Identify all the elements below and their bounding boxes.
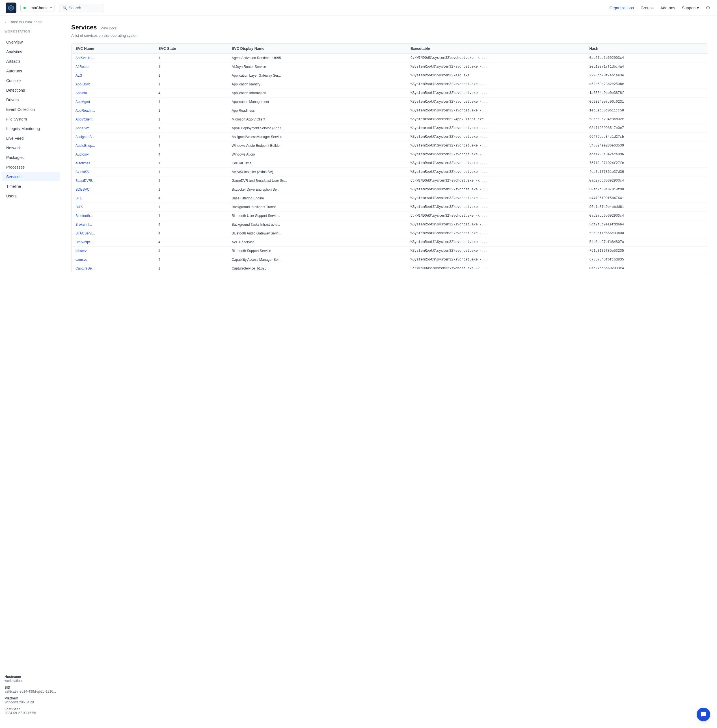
- sidebar-item-file-system[interactable]: File System: [2, 114, 60, 124]
- cell-svc-display: CaptureService_b1095: [227, 264, 407, 273]
- cell-svc-name: camsvc: [72, 255, 154, 264]
- sidebar-item-artifacts[interactable]: Artifacts: [2, 57, 60, 66]
- search-input[interactable]: [69, 6, 101, 10]
- cell-executable: %systemroot%\system32\svchost.exe -...: [407, 194, 586, 203]
- cell-svc-state: 1: [154, 63, 227, 71]
- table-row[interactable]: autotimes... 1 Cellular Time %SystemRoot…: [72, 159, 708, 168]
- sidebar-item-drivers[interactable]: Drivers: [2, 95, 60, 104]
- table-row[interactable]: AJRouter 1 AllJoyn Router Service %Syste…: [72, 63, 708, 71]
- cell-executable: %SystemRoot%\system32\svchost.exe -...: [407, 168, 586, 177]
- table-row[interactable]: BDESVC 1 BitLocker Drive Encryption Se..…: [72, 185, 708, 194]
- cell-svc-state: 4: [154, 229, 227, 238]
- cell-svc-display: Application Information: [227, 89, 407, 98]
- cell-svc-name: AppReadin...: [72, 106, 154, 115]
- table-row[interactable]: AppMgmt 1 Application Management %System…: [72, 98, 708, 106]
- sidebar-item-integrity-monitoring[interactable]: Integrity Monitoring: [2, 124, 60, 133]
- cell-svc-state: 1: [154, 115, 227, 124]
- sidebar-item-live-feed[interactable]: Live Feed: [2, 134, 60, 143]
- cell-svc-state: 1: [154, 203, 227, 212]
- sidebar-item-autoruns[interactable]: Autoruns: [2, 66, 60, 76]
- hostname-label: Hostname: [5, 675, 57, 679]
- search-bar[interactable]: 🔍: [59, 4, 104, 12]
- org-selector[interactable]: LimaCharlie ▾: [20, 4, 55, 12]
- table-row[interactable]: AppXSvc 1 AppX Deployment Service (AppX.…: [72, 124, 708, 133]
- table-row[interactable]: BthAvctpS... 4 AVCTP service %SystemRoot…: [72, 238, 708, 247]
- table-row[interactable]: BITS 1 Background Intelligent Transf... …: [72, 203, 708, 212]
- chat-button[interactable]: [697, 708, 710, 721]
- cell-hash: 059324ee7c96c6231: [585, 98, 708, 106]
- sidebar-item-users[interactable]: Users: [2, 191, 60, 200]
- logo[interactable]: [6, 3, 17, 13]
- table-row[interactable]: AudioEndp... 4 Windows Audio Endpoint Bu…: [72, 141, 708, 150]
- settings-button[interactable]: ⚙: [705, 4, 711, 12]
- cell-svc-display: AssignedAccessManager Service: [227, 133, 407, 141]
- svg-marker-1: [10, 6, 13, 9]
- cell-svc-display: ActiveX Installer (AxInstSV): [227, 168, 407, 177]
- col-svc-state: SVC State: [154, 44, 227, 54]
- services-table-wrapper: SVC Name SVC State SVC Display Name Exec…: [71, 43, 708, 273]
- nav-link-organizations[interactable]: Organizations: [609, 3, 634, 12]
- cell-hash: 1a6354d9ee0e3878f: [585, 89, 708, 98]
- cell-executable: %systemroot%\system32\svchost.exe -...: [407, 124, 586, 133]
- view-docs-link[interactable]: [View Docs]: [100, 26, 117, 30]
- cell-hash: 5df2f6d9eaefddbb4: [585, 220, 708, 229]
- cell-svc-name: Bluetooth...: [72, 212, 154, 220]
- cell-svc-display: App Readiness: [227, 106, 407, 115]
- nav-link-groups[interactable]: Groups: [641, 3, 654, 12]
- table-row[interactable]: Appinfo 4 Application Information %Syste…: [72, 89, 708, 98]
- sidebar-item-network[interactable]: Network: [2, 143, 60, 153]
- table-row[interactable]: AarSvc_b1... 1 Agent Activation Runtime_…: [72, 54, 708, 63]
- cell-svc-display: GameDVR and Broadcast User Se...: [227, 177, 407, 185]
- search-icon: 🔍: [63, 6, 67, 10]
- table-row[interactable]: BFE 4 Base Filtering Engine %systemroot%…: [72, 194, 708, 203]
- sidebar-item-services[interactable]: Services: [2, 172, 60, 181]
- cell-hash: 58a6b0a294c8ad02e: [585, 115, 708, 124]
- sidebar-item-detections[interactable]: Detections: [2, 86, 60, 95]
- table-row[interactable]: camsvc 4 Capability Access Manager Ser..…: [72, 255, 708, 264]
- cell-hash: 0847128998517e0e7: [585, 124, 708, 133]
- table-row[interactable]: ALG 1 Application Layer Gateway Ser... %…: [72, 71, 708, 80]
- table-row[interactable]: AppVClient 1 Microsoft App-V Client %sys…: [72, 115, 708, 124]
- table-row[interactable]: AppReadin... 1 App Readiness %SystemRoot…: [72, 106, 708, 115]
- cell-executable: %SystemRoot%\system32\svchost.exe -...: [407, 106, 586, 115]
- cell-svc-name: BITS: [72, 203, 154, 212]
- cell-hash: 1eb6ed66d0b11cc58: [585, 106, 708, 115]
- sidebar-item-processes[interactable]: Processes: [2, 163, 60, 172]
- nav-link-addons[interactable]: Add-ons: [661, 3, 675, 12]
- cell-executable: %SystemRoot%\System32\svchost.exe -...: [407, 203, 586, 212]
- cell-executable: %SystemRoot%\system32\svchost.exe -...: [407, 89, 586, 98]
- table-row[interactable]: AppIDSvc 1 Application Identity %SystemR…: [72, 80, 708, 89]
- cell-hash: 4ea7e7f7851e37d36: [585, 168, 708, 177]
- cell-svc-display: Windows Audio Endpoint Builder: [227, 141, 407, 150]
- table-body: AarSvc_b1... 1 Agent Activation Runtime_…: [72, 54, 708, 273]
- col-svc-display: SVC Display Name: [227, 44, 407, 54]
- sidebar-item-console[interactable]: Console: [2, 76, 60, 85]
- cell-hash: 96c1e8fa9e4ebdd61: [585, 203, 708, 212]
- cell-svc-state: 4: [154, 238, 227, 247]
- table-row[interactable]: BrokerInf... 4 Background Tasks Infrastr…: [72, 220, 708, 229]
- table-row[interactable]: BTAGServi... 4 Bluetooth Audio Gateway S…: [72, 229, 708, 238]
- nav-link-support[interactable]: Support ▾: [682, 3, 699, 12]
- back-link[interactable]: ← Back to LimaCharlie: [0, 16, 62, 27]
- cell-executable: %SystemRoot%\system32\svchost.exe -...: [407, 159, 586, 168]
- table-row[interactable]: AssignedA... 1 AssignedAccessManager Ser…: [72, 133, 708, 141]
- table-row[interactable]: CaptureSe... 1 CaptureService_b1095 C:\W…: [72, 264, 708, 273]
- cell-hash: f3b9af1d556c03b00: [585, 229, 708, 238]
- cell-executable: %SystemRoot%\system32\svchost.exe -...: [407, 133, 586, 141]
- sidebar-item-packages[interactable]: Packages: [2, 153, 60, 162]
- last-seen-value: 2024-09-27 03:15:58: [5, 711, 57, 715]
- table-row[interactable]: BcastDVRU... 1 GameDVR and Broadcast Use…: [72, 177, 708, 185]
- sidebar-item-analytics[interactable]: Analytics: [2, 47, 60, 56]
- col-executable: Executable: [407, 44, 586, 54]
- sidebar-item-event-collection[interactable]: Event Collection: [2, 105, 60, 114]
- table-row[interactable]: AxInstSV 1 ActiveX Installer (AxInstSV) …: [72, 168, 708, 177]
- sidebar-item-timeline[interactable]: Timeline: [2, 182, 60, 191]
- cell-hash: 0ad27dc6b692903c4: [585, 177, 708, 185]
- cell-svc-state: 1: [154, 159, 227, 168]
- table-row[interactable]: Bluetooth... 1 Bluetooth User Support Se…: [72, 212, 708, 220]
- table-row[interactable]: Audiosrv 4 Windows Audio %SystemRoot%\Sy…: [72, 150, 708, 159]
- cell-svc-state: 4: [154, 194, 227, 203]
- sidebar-item-overview[interactable]: Overview: [2, 38, 60, 47]
- sid-value: a8f8ca97-8614-438d-qb26-1910...: [5, 690, 57, 693]
- table-row[interactable]: bthserv 4 Bluetooth Support Service %Sys…: [72, 247, 708, 255]
